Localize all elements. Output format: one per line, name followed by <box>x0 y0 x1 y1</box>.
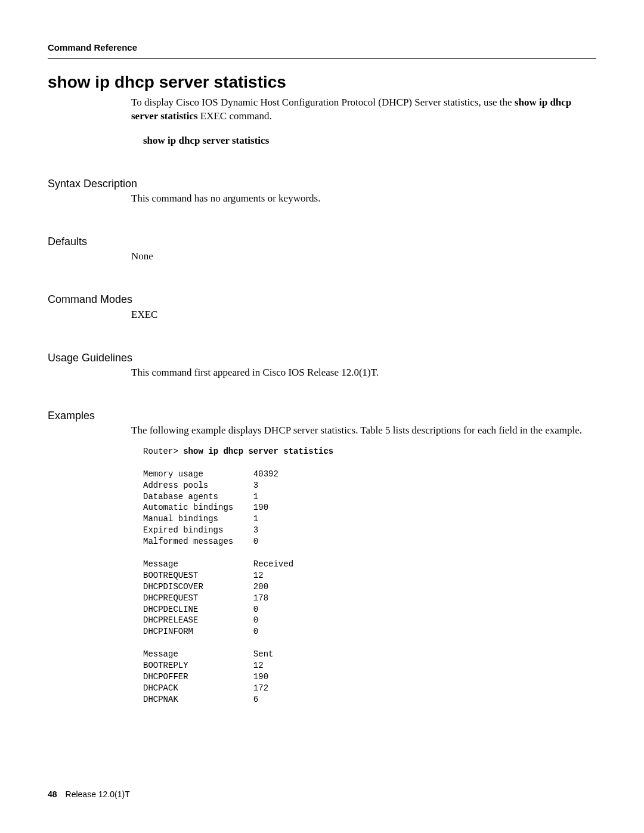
section-body-defaults: None <box>131 250 596 264</box>
intro-post: EXEC command. <box>198 110 272 122</box>
intro-pre: To display Cisco IOS Dynamic Host Config… <box>131 97 515 108</box>
section-body-syntax-description: This command has no arguments or keyword… <box>131 192 596 206</box>
command-title: show ip dhcp server statistics <box>48 71 596 94</box>
cli-output: Router> show ip dhcp server statistics M… <box>143 446 596 705</box>
section-head-examples: Examples <box>48 408 596 423</box>
intro-paragraph: To display Cisco IOS Dynamic Host Config… <box>131 96 596 123</box>
section-head-command-modes: Command Modes <box>48 292 596 306</box>
header-rule <box>48 58 596 59</box>
section-body-usage-guidelines: This command first appeared in Cisco IOS… <box>131 366 596 380</box>
running-header: Command Reference <box>48 42 596 54</box>
release-label: Release 12.0(1)T <box>66 789 130 799</box>
footer: 48Release 12.0(1)T <box>48 789 596 800</box>
page-number: 48 <box>48 789 57 799</box>
section-body-command-modes: EXEC <box>131 308 596 322</box>
section-head-defaults: Defaults <box>48 234 596 249</box>
section-head-syntax-description: Syntax Description <box>48 176 596 191</box>
syntax-line: show ip dhcp server statistics <box>143 134 596 148</box>
section-body-examples: The following example displays DHCP serv… <box>131 424 596 438</box>
section-head-usage-guidelines: Usage Guidelines <box>48 351 596 365</box>
